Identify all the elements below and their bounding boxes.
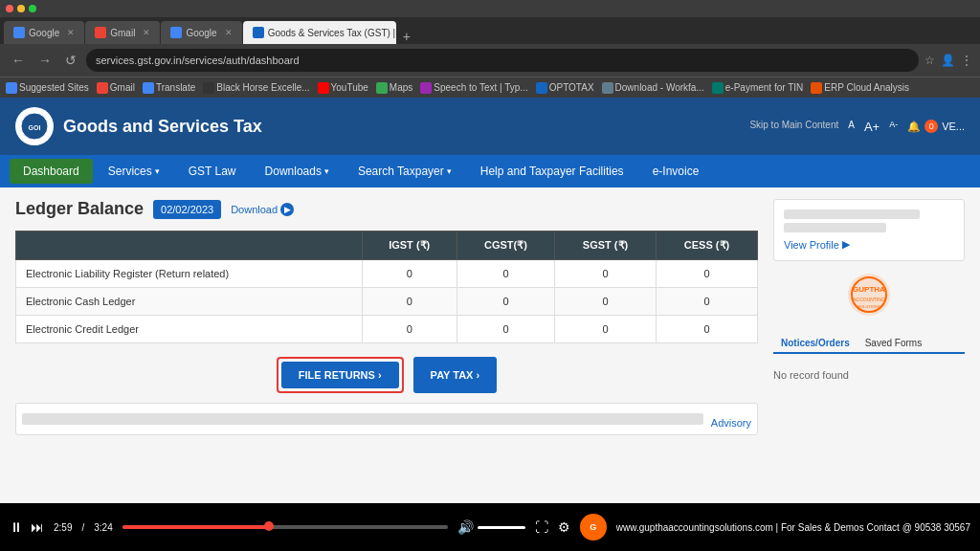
row-cess-cash: 0	[657, 288, 758, 316]
youtube-icon	[318, 82, 329, 94]
advisory-link[interactable]: Advisory	[711, 417, 751, 429]
font-size-small[interactable]: A-	[889, 120, 898, 134]
tab-close[interactable]: ✕	[67, 28, 75, 37]
tab-gst[interactable]: Goods & Services Tax (GST) | Us... ✕	[243, 21, 396, 44]
tab-favicon	[13, 27, 25, 38]
tab-favicon	[95, 27, 106, 38]
guptha-logo-area: GUPTHA ACCOUNTING SOLUTIONS	[773, 271, 965, 326]
notification-bell[interactable]: 🔔	[907, 121, 921, 133]
nav-help[interactable]: Help and Taxpayer Facilities	[467, 159, 637, 184]
minimize-button[interactable]	[17, 5, 25, 12]
row-cgst-liability: 0	[457, 260, 554, 288]
nav-gst-law[interactable]: GST Law	[175, 159, 250, 184]
bookmark-erp[interactable]: ERP Cloud Analysis	[811, 82, 909, 94]
next-button[interactable]: ⏭	[31, 519, 44, 535]
right-panel: View Profile ▶ GUPTHA ACCOUNTING SOLUTIO…	[773, 199, 965, 492]
gst-top-links: Skip to Main Content A A+ A-	[749, 120, 898, 134]
file-returns-button[interactable]: FILE RETURNS ›	[281, 362, 399, 388]
tab-notices-orders[interactable]: Notices/Orders	[773, 334, 858, 354]
bookmark-icon	[203, 82, 214, 94]
maximize-button[interactable]	[29, 5, 36, 12]
channel-logo: G	[580, 514, 607, 540]
video-progress-bar[interactable]	[122, 525, 448, 529]
left-panel: Ledger Balance 02/02/2023 Download ▶ IGS…	[15, 199, 758, 492]
video-controls: ⏸ ⏭	[10, 519, 44, 535]
bookmark-suggested[interactable]: Suggested Sites	[6, 82, 89, 94]
col-header-igst: IGST (₹)	[362, 231, 457, 260]
browser-chrome	[0, 0, 980, 17]
bookmark-icon[interactable]: ☆	[924, 54, 935, 67]
address-input[interactable]: services.gst.gov.in/services/auth/dashbo…	[86, 49, 919, 72]
notices-tabs: Notices/Orders Saved Forms	[773, 334, 965, 354]
time-separator: /	[81, 522, 84, 533]
row-sgst-credit: 0	[555, 316, 657, 343]
reload-button[interactable]: ↺	[61, 51, 80, 70]
row-cgst-cash: 0	[457, 288, 554, 316]
bookmark-icon	[536, 82, 547, 94]
gst-emblem: GOI	[15, 107, 54, 145]
volume-bar[interactable]	[478, 526, 525, 529]
tab-bar: Google ✕ Gmail ✕ Google ✕ Goods & Servic…	[0, 17, 980, 44]
fullscreen-icon[interactable]: ⛶	[535, 519, 548, 535]
time-current: 2:59	[54, 522, 72, 533]
ledger-title: Ledger Balance	[15, 199, 144, 219]
settings-icon[interactable]: ⋮	[961, 54, 972, 67]
notification-badge: 0	[924, 120, 938, 133]
svg-text:ACCOUNTING: ACCOUNTING	[853, 297, 885, 302]
nav-search-taxpayer[interactable]: Search Taxpayer ▾	[345, 159, 465, 184]
bookmark-icon	[6, 82, 17, 94]
font-size-normal[interactable]: A	[848, 120, 855, 134]
user-name: VE...	[942, 121, 965, 132]
nav-dashboard[interactable]: Dashboard	[10, 159, 93, 184]
profile-icon[interactable]: 👤	[941, 54, 955, 67]
close-button[interactable]	[6, 5, 13, 12]
gst-header-right: Skip to Main Content A A+ A- 🔔 0 VE...	[749, 120, 965, 134]
table-row: Electronic Cash Ledger 0 0 0 0	[16, 288, 758, 316]
tab-gmail[interactable]: Gmail ✕	[85, 21, 160, 44]
profile-section: View Profile ▶	[773, 199, 965, 261]
pay-tax-button[interactable]: PAY TAX ›	[413, 357, 498, 393]
gst-title: Goods and Services Tax	[63, 117, 262, 137]
nav-services[interactable]: Services ▾	[95, 159, 173, 184]
table-row: Electronic Credit Ledger 0 0 0 0	[16, 316, 758, 343]
tab-google-1[interactable]: Google ✕	[4, 21, 84, 44]
volume-area: 🔊	[457, 519, 525, 535]
settings-gear-icon[interactable]: ⚙	[558, 519, 570, 535]
col-header-label	[16, 231, 363, 260]
view-profile-link[interactable]: View Profile ▶	[784, 238, 954, 251]
new-tab-button[interactable]: +	[397, 29, 416, 44]
gst-user: 🔔 0 VE...	[907, 120, 965, 133]
bookmark-speech[interactable]: Speech to Text | Typ...	[420, 82, 527, 94]
nav-downloads[interactable]: Downloads ▾	[252, 159, 343, 184]
bookmark-black-horse[interactable]: Black Horse Excelle...	[203, 82, 309, 94]
bookmark-youtube[interactable]: YouTube	[318, 82, 368, 94]
download-link[interactable]: Download ▶	[231, 203, 294, 216]
bookmark-optotax[interactable]: OPTOTAX	[536, 82, 594, 94]
bookmark-gmail[interactable]: Gmail	[97, 82, 135, 94]
bookmark-epayment[interactable]: e-Payment for TIN	[712, 82, 804, 94]
play-pause-button[interactable]: ⏸	[10, 519, 23, 535]
skip-to-main[interactable]: Skip to Main Content	[749, 120, 838, 134]
back-button[interactable]: ←	[8, 51, 29, 70]
volume-icon[interactable]: 🔊	[457, 519, 474, 535]
font-size-large[interactable]: A+	[864, 120, 880, 134]
row-cgst-credit: 0	[457, 316, 554, 343]
tab-google-2[interactable]: Google ✕	[161, 21, 241, 44]
bookmarks-bar: Suggested Sites Gmail Translate Black Ho…	[0, 77, 980, 98]
ledger-table: IGST (₹) CGST(₹) SGST (₹) CESS (₹) Elect…	[15, 231, 758, 343]
chevron-down-icon: ▾	[447, 166, 452, 176]
forward-button[interactable]: →	[34, 51, 56, 70]
tab-saved-forms[interactable]: Saved Forms	[858, 334, 929, 352]
maps-icon	[376, 82, 388, 94]
tab-close[interactable]: ✕	[225, 28, 233, 37]
row-sgst-liability: 0	[555, 260, 657, 288]
bookmark-download[interactable]: Download - Workfa...	[602, 82, 704, 94]
nav-einvoice[interactable]: e-Invoice	[639, 159, 713, 184]
button-row: FILE RETURNS › PAY TAX ›	[15, 357, 758, 393]
website-content: GOI Goods and Services Tax Skip to Main …	[0, 98, 980, 503]
row-label-cash: Electronic Cash Ledger	[16, 288, 363, 316]
bookmark-translate[interactable]: Translate	[143, 82, 195, 94]
bookmark-maps[interactable]: Maps	[376, 82, 412, 94]
tab-close[interactable]: ✕	[143, 28, 150, 37]
row-cess-liability: 0	[657, 260, 758, 288]
